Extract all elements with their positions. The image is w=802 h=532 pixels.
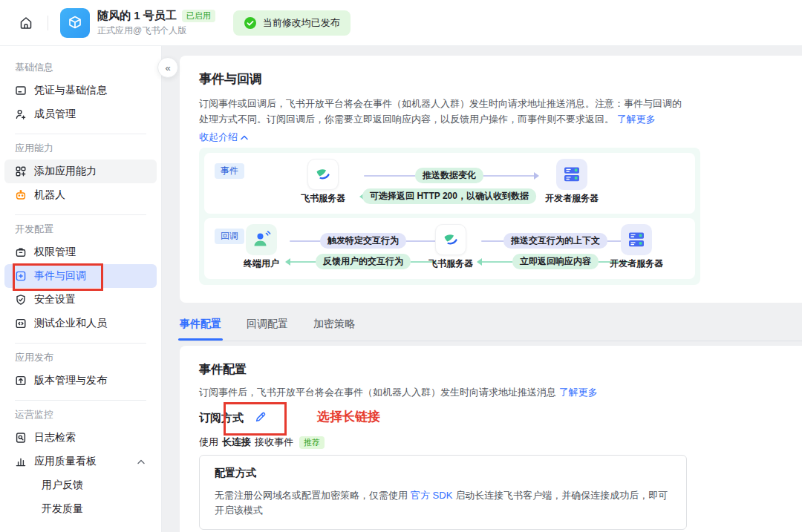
collapse-intro-label: 收起介绍: [199, 131, 238, 144]
server-icon: [621, 224, 652, 255]
server-icon: [556, 159, 587, 190]
version-upload-icon: [15, 375, 27, 387]
capability-grid-icon: [15, 165, 27, 177]
credential-card-icon: [15, 85, 27, 96]
home-button[interactable]: [16, 13, 36, 33]
sidebar-item-label: 应用质量看板: [34, 455, 97, 468]
permission-briefcase-icon: [15, 246, 27, 258]
sidebar-item-label: 安全设置: [34, 293, 76, 306]
sidebar-item-label: 权限管理: [34, 246, 76, 259]
arrow-label-return-response: 立即返回响应内容: [512, 254, 599, 269]
check-circle-icon: [244, 16, 257, 30]
sidebar-item-label: 成员管理: [34, 108, 76, 121]
sidebar-item-user-feedback[interactable]: 用户反馈: [4, 473, 157, 497]
node-developer-server: 开发者服务器: [538, 159, 605, 205]
learn-more-link[interactable]: 了解更多: [617, 114, 656, 125]
tab-event-config[interactable]: 事件配置: [180, 307, 221, 341]
app-subtitle: 正式应用@飞书个人版: [97, 24, 215, 37]
member-add-icon: [15, 108, 27, 120]
sidebar-item-version-release[interactable]: 版本管理与发布: [4, 369, 157, 393]
node-label: 开发者服务器: [610, 257, 663, 270]
sidebar-item-members[interactable]: 成员管理: [4, 102, 157, 126]
app-window: 随风的 1 号员工 已启用 正式应用@飞书个人版 当前修改均已发布 基础信息: [0, 0, 802, 532]
edit-pencil-icon[interactable]: [254, 410, 267, 424]
app-name: 随风的 1 号员工: [97, 9, 177, 23]
node-label: 飞书服务器: [301, 192, 345, 205]
sidebar-section-operations: 运营监控: [0, 408, 161, 421]
main-content: 事件与回调 订阅事件或回调后，飞书开放平台将会在事件（如机器人入群）发生时向请求…: [162, 46, 802, 532]
sidebar-item-test-company[interactable]: 测试企业和人员: [4, 312, 157, 335]
collapse-intro-link[interactable]: 收起介绍: [199, 131, 248, 144]
usage-line: 使用 长连接 接收事件 推荐: [199, 436, 325, 449]
subscribe-mode-label: 订阅方式: [199, 411, 244, 425]
sidebar-item-dev-quality[interactable]: 开发质量: [4, 497, 157, 521]
shield-check-icon: [15, 294, 27, 306]
publish-status-pill: 当前修改均已发布: [233, 10, 351, 36]
node-label: 终端用户: [244, 257, 279, 270]
learn-more-link[interactable]: 了解更多: [559, 387, 598, 398]
home-icon: [19, 16, 33, 30]
tab-encryption-policy[interactable]: 加密策略: [313, 307, 355, 341]
lark-logo-icon: [307, 159, 339, 190]
node-developer-server-2: 开发者服务器: [603, 224, 670, 270]
sidebar-item-label: 用户反馈: [42, 479, 83, 492]
node-label: 飞书服务器: [428, 257, 473, 270]
sidebar-item-security[interactable]: 安全设置: [4, 288, 157, 312]
sidebar-item-events-callbacks[interactable]: 事件与回调: [4, 264, 157, 288]
bar-chart-icon: [15, 456, 27, 467]
sidebar-item-robot[interactable]: 机器人: [4, 183, 157, 207]
app-cube-icon: [60, 8, 90, 38]
arrow-label-http200: 可选择返回 HTTP 200，以确认收到数据: [362, 188, 536, 204]
arrow-label-push-context: 推送交互行为的上下文: [503, 233, 607, 249]
sidebar-divider: [15, 343, 146, 344]
config-mode-box: 配置方式 无需注册公网域名或配置加密策略，仅需使用官方 SDK启动长连接飞书客户…: [199, 455, 687, 530]
config-mode-text: 无需注册公网域名或配置加密策略，仅需使用官方 SDK启动长连接飞书客户端，并确保…: [215, 488, 671, 518]
official-sdk-link[interactable]: 官方 SDK: [411, 490, 452, 501]
chevron-up-icon[interactable]: [137, 459, 145, 464]
arrow-label-feedback: 反馈用户的交互行为: [316, 254, 411, 269]
event-config-description-text: 订阅事件后，飞书开放平台将会在事件（如机器人入群）发生时向请求地址推送消息: [199, 387, 556, 398]
diagram-row-event: 事件 飞书服务器 推送数据变化 可选择返回 HTTP 200，: [204, 153, 695, 214]
sidebar-section-capabilities: 应用能力: [0, 142, 161, 155]
app-status-badge: 已启用: [182, 10, 215, 22]
top-header: 随风的 1 号员工 已启用 正式应用@飞书个人版 当前修改均已发布: [0, 0, 802, 46]
usage-mode: 长连接: [222, 436, 251, 449]
sidebar-section-basic-info: 基础信息: [0, 61, 161, 74]
sidebar-item-permissions[interactable]: 权限管理: [4, 240, 157, 264]
config-tabs: 事件配置 回调配置 加密策略: [180, 307, 802, 341]
recommend-badge: 推荐: [299, 436, 325, 449]
sidebar-item-label: 凭证与基础信息: [34, 84, 107, 97]
end-user-icon: [246, 224, 277, 255]
node-label: 开发者服务器: [545, 192, 599, 205]
event-callback-icon: [15, 270, 27, 282]
sidebar-divider: [15, 134, 146, 134]
sidebar-divider: [15, 400, 146, 401]
sidebar-item-credentials[interactable]: 凭证与基础信息: [4, 79, 157, 102]
node-feishu-server: 飞书服务器: [290, 159, 356, 205]
intro-card: 事件与回调 订阅事件或回调后，飞书开放平台将会在事件（如机器人入群）发生时向请求…: [180, 56, 802, 303]
tab-callback-config[interactable]: 回调配置: [247, 307, 288, 341]
page-title: 事件与回调: [199, 70, 262, 88]
sidebar-item-log-search[interactable]: 日志检索: [4, 426, 157, 450]
sidebar-item-label: 日志检索: [34, 431, 76, 444]
event-config-title: 事件配置: [199, 362, 247, 378]
arrow-label-trigger: 触发特定交互行为: [320, 233, 406, 249]
annotation-select-long-link: 选择长链接: [317, 408, 380, 425]
robot-icon: [15, 189, 27, 201]
usage-suffix: 接收事件: [255, 436, 293, 449]
header-divider: [48, 16, 48, 30]
event-config-card: 事件配置 订阅事件后，飞书开放平台将会在事件（如机器人入群）发生时向请求地址推送…: [180, 346, 802, 532]
arrow-label-push-data: 推送数据变化: [415, 168, 483, 183]
event-badge: 事件: [215, 163, 244, 179]
sidebar-item-quality-board[interactable]: 应用质量看板: [4, 450, 157, 473]
intro-description-text: 订阅事件或回调后，飞书开放平台将会在事件（如机器人入群）发生时向请求地址推送消息…: [199, 98, 682, 125]
publish-status-text: 当前修改均已发布: [263, 16, 340, 30]
event-callback-diagram: 事件 飞书服务器 推送数据变化 可选择返回 HTTP 200，: [199, 148, 700, 285]
sidebar-item-add-capability[interactable]: 添加应用能力: [4, 160, 157, 183]
config-text-before: 无需注册公网域名或配置加密策略，仅需使用: [215, 490, 408, 501]
sidebar-collapse-button[interactable]: «: [157, 57, 178, 78]
sidebar-item-label: 版本管理与发布: [34, 374, 107, 387]
app-meta: 随风的 1 号员工 已启用 正式应用@飞书个人版: [97, 9, 215, 37]
sidebar-section-dev-config: 开发配置: [0, 223, 161, 236]
sidebar-item-label: 机器人: [34, 188, 65, 202]
